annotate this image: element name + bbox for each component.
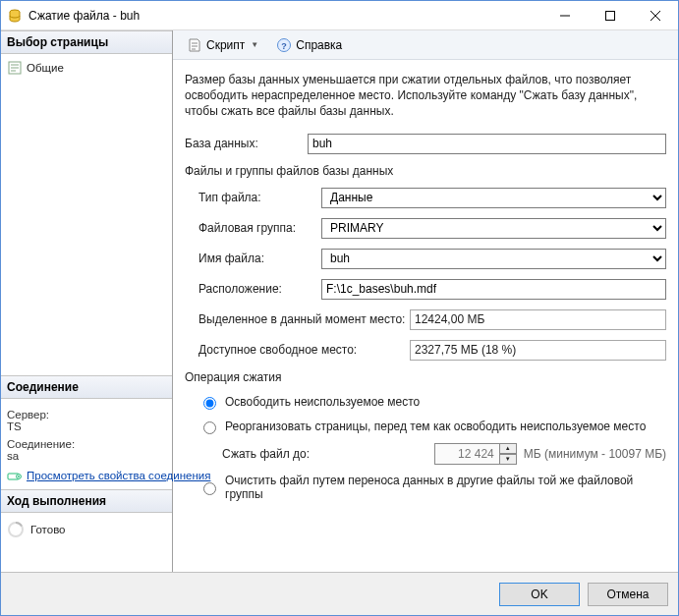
allocated-label: Выделенное в данный момент место: [198,312,410,326]
page-select-header: Выбор страницы [1,30,172,54]
content: Скрипт ▼ ? Справка Размер базы данных ум… [173,30,678,572]
reorganize-label: Реорганизовать страницы, перед тем как о… [225,420,646,433]
empty-file-label: Очистить файл путем переноса данных в др… [225,474,666,501]
spinner-up-icon[interactable]: ▲ [499,443,517,454]
shrink-to-label: Сжать файл до: [222,447,330,461]
server-label: Сервер: [7,409,166,420]
connection-value: sa [7,450,166,462]
sidebar: Выбор страницы Общие Соединение Сервер: … [1,30,173,572]
spinner-icon [7,521,25,538]
script-button[interactable]: Скрипт ▼ [181,34,264,56]
filegroup-label: Файловая группа: [198,221,321,235]
sidebar-item-label: Общие [27,62,64,74]
shrink-op-header: Операция сжатия [185,370,666,384]
reorganize-radio[interactable] [203,421,216,434]
empty-file-radio[interactable] [203,482,216,495]
titlebar: Сжатие файла - buh [1,1,678,30]
help-icon: ? [276,37,292,53]
database-input[interactable] [308,134,666,154]
connection-icon [7,468,23,483]
chevron-down-icon: ▼ [251,40,258,49]
location-input[interactable] [321,279,666,300]
shrink-to-input[interactable] [434,443,499,465]
file-type-label: Тип файла: [198,191,321,204]
window-title: Сжатие файла - buh [28,9,542,23]
allocated-value: 12424,00 МБ [410,309,666,330]
connection-header: Соединение [1,375,172,399]
maximize-button[interactable] [588,1,633,29]
help-button[interactable]: ? Справка [270,34,348,56]
progress-status: Готово [30,524,66,535]
files-group-header: Файлы и группы файлов базы данных [185,164,666,178]
shrink-to-suffix: МБ (минимум - 10097 МБ) [524,447,666,461]
shrink-to-spinner[interactable]: ▲ ▼ [434,443,518,465]
page-icon [7,60,23,76]
free-space-value: 2327,75 МБ (18 %) [410,340,666,361]
filename-label: Имя файла: [198,252,321,265]
sidebar-item-general[interactable]: Общие [7,58,166,78]
spinner-down-icon[interactable]: ▼ [499,454,517,465]
server-value: TS [7,420,166,432]
connection-label: Соединение: [7,438,166,450]
cancel-button[interactable]: Отмена [588,583,668,606]
close-button[interactable] [633,1,678,29]
minimize-button[interactable] [542,1,588,29]
script-icon [187,37,202,53]
file-type-select[interactable]: Данные [321,188,666,208]
database-label: База данных: [185,137,308,150]
ok-button[interactable]: OK [499,583,580,606]
svg-point-5 [18,476,20,477]
dialog-footer: OK Отмена [1,572,678,615]
filename-select[interactable]: buh [321,249,666,269]
description-text: Размер базы данных уменьшается при сжати… [185,72,666,120]
release-unused-radio[interactable] [203,397,216,410]
toolbar: Скрипт ▼ ? Справка [173,30,678,60]
svg-text:?: ? [281,40,287,50]
filegroup-select[interactable]: PRIMARY [321,218,666,239]
progress-header: Ход выполнения [1,489,172,513]
location-label: Расположение: [198,282,321,296]
dialog-window: Сжатие файла - buh Выбор страницы Общие [0,0,679,616]
svg-rect-1 [606,11,615,20]
free-space-label: Доступное свободное место: [198,343,410,357]
database-icon [7,8,23,24]
release-unused-label: Освободить неиспользуемое место [225,395,420,409]
